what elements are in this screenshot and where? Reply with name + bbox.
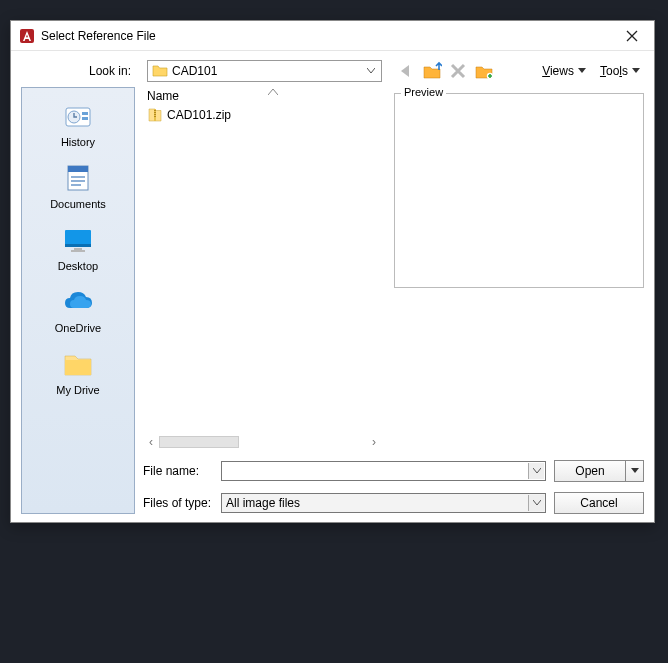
dialog-select-reference-file: Select Reference File Look in: CAD101 <box>10 20 655 523</box>
scroll-left-icon[interactable]: ‹ <box>143 435 159 449</box>
history-icon <box>62 100 94 132</box>
file-list: Name CAD101.zip ‹ › <box>143 87 382 450</box>
place-label: History <box>61 136 95 148</box>
svg-rect-5 <box>82 117 88 120</box>
mydrive-folder-icon <box>62 348 94 380</box>
open-button[interactable]: Open <box>554 460 626 482</box>
lookin-combo[interactable]: CAD101 <box>147 60 382 82</box>
titlebar: Select Reference File <box>11 21 654 51</box>
scroll-track[interactable] <box>159 436 239 448</box>
place-label: Desktop <box>58 260 98 272</box>
folder-icon <box>152 63 168 79</box>
chevron-down-icon[interactable] <box>528 495 544 511</box>
delete-icon[interactable] <box>448 61 468 81</box>
chevron-down-icon[interactable] <box>363 63 379 79</box>
filetype-row: Files of type: All image files Cancel <box>143 492 644 514</box>
app-icon <box>19 28 35 44</box>
sort-indicator-icon <box>268 89 278 95</box>
lookin-value: CAD101 <box>172 64 217 78</box>
svg-rect-8 <box>71 176 85 178</box>
place-mydrive[interactable]: My Drive <box>22 344 134 404</box>
views-label: Views <box>542 64 574 78</box>
filetype-value: All image files <box>226 496 300 510</box>
preview-box: Preview <box>394 93 644 288</box>
back-icon[interactable] <box>396 61 416 81</box>
svg-rect-9 <box>71 180 85 182</box>
svg-rect-14 <box>71 250 85 252</box>
filename-input[interactable] <box>221 461 546 481</box>
svg-rect-12 <box>65 244 91 247</box>
column-name[interactable]: Name <box>147 89 267 103</box>
svg-rect-18 <box>154 114 156 115</box>
views-menu[interactable]: Views <box>538 62 590 80</box>
svg-rect-4 <box>82 112 88 115</box>
onedrive-icon <box>62 286 94 318</box>
file-row[interactable]: CAD101.zip <box>143 105 382 125</box>
up-folder-icon[interactable] <box>422 61 442 81</box>
filename-label: File name: <box>143 464 213 478</box>
horizontal-scrollbar[interactable]: ‹ › <box>143 434 382 450</box>
place-label: My Drive <box>56 384 99 396</box>
filetype-combo[interactable]: All image files <box>221 493 546 513</box>
svg-rect-7 <box>68 166 88 172</box>
place-documents[interactable]: Documents <box>22 158 134 218</box>
zip-file-icon <box>147 107 163 123</box>
svg-rect-19 <box>154 116 156 117</box>
chevron-down-icon[interactable] <box>528 463 544 479</box>
toolbar-icons <box>396 61 494 81</box>
scroll-right-icon[interactable]: › <box>366 435 382 449</box>
chevron-down-icon <box>632 68 640 74</box>
svg-rect-16 <box>154 110 156 111</box>
dialog-title: Select Reference File <box>41 29 618 43</box>
place-onedrive[interactable]: OneDrive <box>22 282 134 342</box>
tools-label: Tools <box>600 64 628 78</box>
chevron-down-icon <box>578 68 586 74</box>
places-bar: History Documents Desktop OneDrive <box>21 87 135 514</box>
svg-rect-13 <box>74 248 82 250</box>
list-header[interactable]: Name <box>143 87 382 105</box>
tools-menu[interactable]: Tools <box>596 62 644 80</box>
preview-pane: Preview <box>394 87 644 450</box>
place-label: OneDrive <box>55 322 101 334</box>
svg-rect-10 <box>71 184 81 186</box>
close-button[interactable] <box>618 26 646 46</box>
filename-row: File name: Open <box>143 460 644 482</box>
preview-label: Preview <box>401 86 446 98</box>
place-label: Documents <box>50 198 106 210</box>
filetype-label: Files of type: <box>143 496 213 510</box>
place-desktop[interactable]: Desktop <box>22 220 134 280</box>
open-dropdown[interactable] <box>626 460 644 482</box>
lookin-label: Look in: <box>11 64 141 78</box>
svg-rect-17 <box>154 112 156 113</box>
documents-icon <box>62 162 94 194</box>
place-history[interactable]: History <box>22 96 134 156</box>
toolbar: Look in: CAD101 View <box>11 55 654 87</box>
cancel-button[interactable]: Cancel <box>554 492 644 514</box>
file-name: CAD101.zip <box>167 108 231 122</box>
new-folder-icon[interactable] <box>474 61 494 81</box>
desktop-icon <box>62 224 94 256</box>
